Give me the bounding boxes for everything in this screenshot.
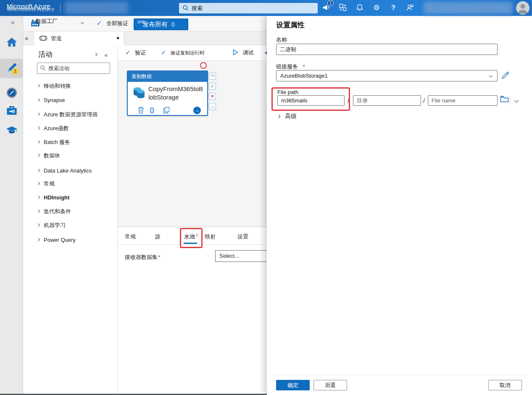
annotation-circle bbox=[200, 62, 207, 69]
chevron-right-icon bbox=[37, 209, 40, 213]
validate-button[interactable]: ✓ 验证 bbox=[125, 49, 146, 57]
port-completion-icon[interactable]: → bbox=[209, 103, 216, 110]
chevron-right-icon bbox=[37, 98, 40, 102]
tab-mapping[interactable]: 映射 bbox=[205, 233, 216, 241]
tab-settings[interactable]: 设置 bbox=[237, 233, 248, 241]
activity-category-batch-service[interactable]: Batch 服务 bbox=[37, 138, 115, 147]
panel-title: 设置属性 bbox=[276, 20, 305, 30]
search-icon bbox=[182, 5, 189, 13]
port-success-icon[interactable]: ✓ bbox=[209, 83, 216, 90]
directory-input[interactable] bbox=[353, 95, 421, 106]
file-name-input[interactable] bbox=[428, 95, 498, 106]
delete-icon[interactable] bbox=[138, 107, 144, 115]
activity-search bbox=[37, 63, 110, 74]
directory-switch-icon[interactable] bbox=[336, 2, 350, 14]
activity-category-databricks[interactable]: 数据块 bbox=[37, 152, 115, 161]
sidebar-item-monitor[interactable] bbox=[0, 84, 23, 102]
tab-source[interactable]: 源 bbox=[155, 233, 160, 241]
path-separator: / bbox=[423, 97, 425, 104]
activity-category-azure-functions[interactable]: Azure函数 bbox=[37, 124, 115, 133]
open-activity-icon[interactable]: → bbox=[193, 107, 201, 114]
chevron-right-icon bbox=[37, 140, 40, 144]
author-changes-badge: 1 bbox=[12, 68, 18, 75]
pipeline-canvas[interactable]: 复制数据 CopyFromM365toB lobStorage {} → ↷ ✓ bbox=[118, 61, 267, 227]
chevron-right-icon bbox=[37, 238, 40, 241]
container-input[interactable] bbox=[277, 95, 345, 106]
chevron-right-icon bbox=[277, 115, 280, 118]
advanced-toggle[interactable]: 高级 bbox=[277, 112, 296, 120]
collapse-panel-icon[interactable]: « bbox=[104, 51, 108, 58]
sidebar-item-learning[interactable] bbox=[0, 122, 23, 139]
notifications-bell-icon[interactable] bbox=[353, 2, 366, 14]
publish-all-button[interactable]: 伊犁 发布所有 0 bbox=[134, 18, 188, 30]
ok-button[interactable]: 确定 bbox=[276, 380, 310, 390]
play-icon bbox=[232, 49, 238, 55]
name-input[interactable] bbox=[276, 44, 498, 55]
help-icon[interactable]: ? bbox=[387, 2, 400, 14]
redacted-account-info bbox=[424, 2, 513, 14]
activity-category-synapse[interactable]: Synapse bbox=[37, 96, 115, 105]
global-search bbox=[179, 3, 318, 13]
factory-selector-label[interactable]: 数据工厂 bbox=[36, 18, 58, 25]
factory-command-bar: 数据工厂 ✓ 全部验证 伊犁 发布所有 0 bbox=[23, 16, 267, 31]
toolbox-icon bbox=[6, 105, 18, 116]
azure-home-link[interactable]: Microsoft Azure Microsoft Azure bbox=[7, 3, 50, 13]
edit-linked-service-icon[interactable] bbox=[501, 71, 510, 81]
validate-check-icon: ✓ bbox=[97, 19, 102, 26]
canvas-toolbar: ✓ 验证 ✓ 验证复制运行时 调试 ✦ bbox=[118, 45, 267, 61]
validate-all-button[interactable]: ✓ 全部验证 bbox=[97, 19, 128, 27]
browse-folder-icon[interactable] bbox=[500, 95, 509, 104]
activity-category-iteration-conditionals[interactable]: 迭代和条件 bbox=[37, 207, 115, 217]
sidebar-item-manage[interactable] bbox=[0, 102, 23, 120]
name-label: 名称 bbox=[276, 36, 287, 44]
activity-category-data-lake-analytics[interactable]: Data Lake Analytics bbox=[37, 167, 115, 176]
sidebar-item-home[interactable] bbox=[0, 34, 23, 51]
publish-count-badge: 0 bbox=[171, 21, 175, 28]
sidebar-expand-icon[interactable]: » bbox=[11, 18, 14, 26]
chevron-down-icon[interactable] bbox=[514, 98, 519, 102]
port-skip-icon[interactable]: ↷ bbox=[209, 73, 216, 80]
chevron-down-icon[interactable] bbox=[81, 21, 84, 24]
activities-panel: 活动 » « 移动和转换 Synapse Azure 数据资源管理器 Azure… bbox=[23, 45, 118, 395]
search-icon bbox=[40, 65, 46, 71]
global-search-input[interactable] bbox=[192, 3, 313, 13]
graduation-cap-icon bbox=[5, 125, 18, 136]
validate-copy-runtime-button[interactable]: ✓ 验证复制运行时 bbox=[161, 49, 205, 56]
collapse-all-icon[interactable]: » bbox=[94, 53, 100, 56]
footer-divider bbox=[273, 375, 527, 375]
clone-icon[interactable] bbox=[163, 107, 170, 115]
tab-sink[interactable]: 水池1 bbox=[184, 233, 198, 241]
back-button[interactable]: 后退 bbox=[313, 380, 347, 390]
set-properties-panel: 设置属性 名称 链接服务 * AzureBlobStorage1 File pa… bbox=[267, 16, 532, 395]
activity-category-machine-learning[interactable]: 机器学习 bbox=[37, 221, 115, 230]
activities-title: 活动 bbox=[38, 50, 53, 59]
active-tab-underline bbox=[184, 243, 197, 244]
activity-config-panel: 常规 源 水池1 映射 设置 接收器数据集* Select... bbox=[118, 227, 267, 395]
activity-category-general[interactable]: 常规 bbox=[37, 180, 115, 189]
clipped-toolbar-icon[interactable]: ✦ bbox=[264, 50, 267, 57]
azure-data-factory-app: Microsoft Azure Microsoft Azure 1 ⚙ ? bbox=[0, 0, 532, 395]
port-failure-icon[interactable]: ✕ bbox=[209, 93, 216, 100]
linked-service-select[interactable]: AzureBlobStorage1 bbox=[276, 70, 498, 81]
settings-gear-icon[interactable]: ⚙ bbox=[370, 2, 383, 14]
copy-data-activity-node[interactable]: 复制数据 CopyFromM365toB lobStorage {} → bbox=[127, 71, 208, 116]
node-type-header: 复制数据 bbox=[128, 71, 207, 82]
activity-category-power-query[interactable]: Power Query bbox=[37, 236, 115, 245]
activity-search-input[interactable] bbox=[48, 63, 109, 73]
avatar[interactable] bbox=[516, 1, 529, 15]
tab-pipeline[interactable]: 管道 ● bbox=[34, 31, 124, 45]
sidebar-item-author[interactable]: 1 bbox=[0, 59, 23, 78]
code-braces-icon[interactable]: {} bbox=[150, 107, 154, 113]
feedback-icon[interactable] bbox=[403, 2, 417, 14]
activity-category-hdinsight[interactable]: HDInsight bbox=[37, 194, 115, 203]
sink-dataset-select[interactable]: Select... bbox=[215, 250, 270, 262]
tab-general[interactable]: 常规 bbox=[125, 233, 136, 241]
debug-button[interactable]: 调试 bbox=[232, 49, 253, 57]
chevron-right-icon bbox=[37, 196, 40, 199]
activity-category-move-and-transform[interactable]: 移动和转换 bbox=[37, 82, 115, 91]
expand-explorer-icon[interactable]: » bbox=[25, 34, 28, 42]
chevron-down-icon bbox=[489, 74, 492, 77]
megaphone-icon[interactable]: 1 bbox=[319, 2, 333, 14]
cancel-button[interactable]: 取消 bbox=[488, 380, 522, 390]
activity-category-azure-data-explorer[interactable]: Azure 数据资源管理器 bbox=[37, 110, 115, 120]
